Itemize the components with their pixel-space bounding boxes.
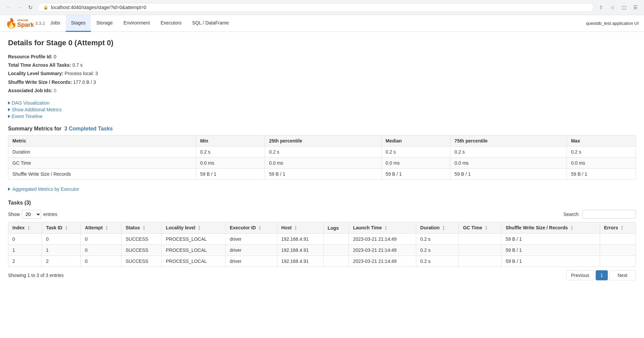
- tasks-table: Index ▲▼ Task ID ▲▼ Attempt ▲▼ Status ▲▼: [8, 222, 636, 267]
- row-duration-p75: 0.2 s: [450, 146, 567, 157]
- current-page: 1: [596, 270, 608, 280]
- tasks-col-logs: Logs: [323, 222, 349, 233]
- nav-item-sql[interactable]: SQL / DataFrame: [187, 15, 234, 32]
- tasks-col-errors[interactable]: Errors ▲▼: [600, 222, 636, 233]
- row-shuffle-p75: 59 B / 1: [450, 168, 567, 179]
- show-entries: Show 20 40 60 100 entries: [8, 210, 57, 219]
- row-shuffle-median: 59 B / 1: [381, 168, 450, 179]
- dag-visualization-link[interactable]: DAG Visualization: [8, 100, 636, 106]
- sort-icon-launch: ▲▼: [384, 225, 387, 231]
- sort-icon-attempt: ▲▼: [105, 225, 108, 231]
- nav-item-stages[interactable]: Stages: [66, 15, 91, 32]
- search-input[interactable]: [582, 210, 636, 219]
- task2-executor: driver: [225, 256, 277, 267]
- col-metric: Metric: [8, 135, 196, 146]
- nav-item-jobs[interactable]: Jobs: [45, 15, 66, 32]
- sort-icon-status: ▲▼: [143, 225, 145, 231]
- dag-triangle-icon: [8, 101, 10, 105]
- tasks-col-gc-time[interactable]: GC Time ▲▼: [459, 222, 501, 233]
- next-button[interactable]: Next: [609, 270, 636, 280]
- resource-profile-value: 0: [54, 54, 56, 59]
- share-button[interactable]: ⇧: [596, 3, 606, 12]
- task0-shuffle: 59 B / 1: [501, 234, 600, 245]
- nav-buttons: ← → ↻: [4, 3, 35, 12]
- address-bar: 🔒 localhost:4040/stages/stage/?id=0&atte…: [38, 3, 594, 12]
- aggregated-triangle-icon: [8, 187, 10, 191]
- tasks-col-launch-time[interactable]: Launch Time ▲▼: [349, 222, 416, 233]
- additional-metrics-link[interactable]: Show Additional Metrics: [8, 107, 636, 112]
- tasks-col-executor[interactable]: Executor ID ▲▼: [225, 222, 277, 233]
- sort-icon-duration: ▲▼: [442, 225, 445, 231]
- sort-icon-gc: ▲▼: [485, 225, 488, 231]
- tasks-table-header: Index ▲▼ Task ID ▲▼ Attempt ▲▼ Status ▲▼: [8, 222, 636, 233]
- collapsible-links: DAG Visualization Show Additional Metric…: [8, 100, 636, 119]
- task1-status: SUCCESS: [121, 245, 162, 256]
- tasks-col-status[interactable]: Status ▲▼: [121, 222, 162, 233]
- task2-shuffle: 59 B / 1: [501, 256, 600, 267]
- reload-button[interactable]: ↻: [25, 3, 35, 12]
- table-row: 0 0 0 SUCCESS PROCESS_LOCAL driver 192.1…: [8, 234, 636, 245]
- task0-host: 192.168.4.91: [277, 234, 323, 245]
- shuffle-write-value: 177.0 B / 3: [73, 79, 96, 85]
- task0-taskid: 0: [42, 234, 81, 245]
- col-min: Min: [196, 135, 265, 146]
- spark-brand-label: Spark: [17, 21, 34, 28]
- entries-select[interactable]: 20 40 60 100: [22, 210, 41, 219]
- task0-gc-time: [459, 234, 501, 245]
- task2-locality: PROCESS_LOCAL: [162, 256, 226, 267]
- tasks-col-locality[interactable]: Locality level ▲▼: [162, 222, 226, 233]
- aggregated-metrics-link[interactable]: Aggregated Metrics by Executor: [8, 186, 636, 192]
- tasks-col-shuffle[interactable]: Shuffle Write Size / Records ▲▼: [501, 222, 600, 233]
- nav-item-executors[interactable]: Executors: [155, 15, 187, 32]
- completed-tasks-link[interactable]: 3 Completed Tasks: [64, 126, 113, 131]
- row-gc-median: 0.0 ms: [381, 157, 450, 168]
- entries-label: entries: [43, 212, 57, 217]
- task1-gc-time: [459, 245, 501, 256]
- nav-item-storage[interactable]: Storage: [91, 15, 118, 32]
- row-duration-max: 0.2 s: [567, 146, 636, 157]
- task1-taskid: 1: [42, 245, 81, 256]
- row-gc-max: 0.0 ms: [567, 157, 636, 168]
- back-button[interactable]: ←: [4, 3, 13, 12]
- associated-jobs-label: Associated Job Ids:: [8, 88, 52, 93]
- task1-errors: [600, 245, 636, 256]
- extensions-button[interactable]: ☰: [631, 3, 640, 12]
- main-nav: Jobs Stages Storage Environment Executor…: [45, 15, 234, 32]
- tasks-col-host[interactable]: Host ▲▼: [277, 222, 323, 233]
- sort-icon-locality: ▲▼: [198, 225, 201, 231]
- tasks-col-duration[interactable]: Duration ▲▼: [416, 222, 459, 233]
- event-timeline-link[interactable]: Event Timeline: [8, 114, 636, 119]
- forward-button[interactable]: →: [15, 3, 24, 12]
- col-p25: 25th percentile: [265, 135, 381, 146]
- tasks-col-index[interactable]: Index ▲▼: [8, 222, 42, 233]
- pagination-area: Showing 1 to 3 of 3 entries Previous 1 N…: [8, 270, 636, 280]
- nav-item-environment[interactable]: Environment: [118, 15, 155, 32]
- spark-text-block: APACHE Spark: [17, 19, 34, 28]
- summary-header-row: Metric Min 25th percentile Median 75th p…: [8, 135, 636, 146]
- window-button[interactable]: ▢: [619, 3, 629, 12]
- summary-table-body: Duration 0.2 s 0.2 s 0.2 s 0.2 s 0.2 s G…: [8, 146, 636, 179]
- sort-icon-host: ▲▼: [294, 225, 297, 231]
- task2-taskid: 2: [42, 256, 81, 267]
- task1-host: 192.168.4.91: [277, 245, 323, 256]
- task1-executor: driver: [225, 245, 277, 256]
- tasks-col-taskid[interactable]: Task ID ▲▼: [42, 222, 81, 233]
- meta-info: Resource Profile Id: 0 Total Time Across…: [8, 53, 636, 95]
- locality-level-value: Process local: 3: [65, 71, 98, 76]
- row-gc-metric: GC Time: [8, 157, 196, 168]
- associated-jobs-link[interactable]: 0: [54, 88, 56, 93]
- col-max: Max: [567, 135, 636, 146]
- previous-button[interactable]: Previous: [566, 270, 594, 280]
- summary-metrics-table: Metric Min 25th percentile Median 75th p…: [8, 135, 636, 180]
- table-row: 2 2 0 SUCCESS PROCESS_LOCAL driver 192.1…: [8, 256, 636, 267]
- tasks-col-attempt[interactable]: Attempt ▲▼: [81, 222, 121, 233]
- bookmark-button[interactable]: ☆: [608, 3, 617, 12]
- resource-profile-row: Resource Profile Id: 0: [8, 53, 636, 61]
- row-shuffle-min: 59 B / 1: [196, 168, 265, 179]
- task0-index: 0: [8, 234, 42, 245]
- spark-label: APACHE Spark: [17, 19, 34, 28]
- app-name: questdb_test application UI: [586, 21, 639, 26]
- task2-duration: 0.2 s: [416, 256, 459, 267]
- resource-profile-label: Resource Profile Id:: [8, 54, 52, 59]
- showing-text: Showing 1 to 3 of 3 entries: [8, 273, 64, 278]
